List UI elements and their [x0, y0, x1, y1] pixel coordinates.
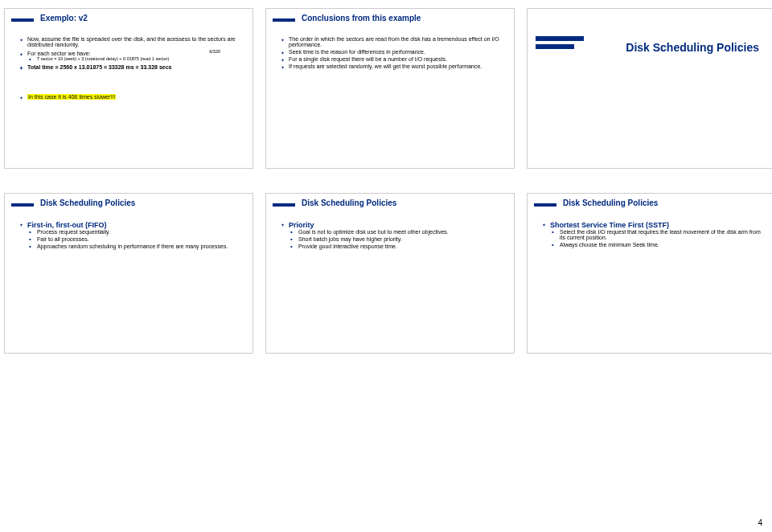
- slide-priority: Disk Scheduling Policies Priority Goal i…: [265, 193, 515, 354]
- bullet-item: Process request sequentially.: [37, 229, 244, 235]
- bullet-item: Seek time is the reason for differences …: [289, 49, 506, 55]
- accent-bar: [534, 203, 556, 207]
- accent-bar: [273, 203, 295, 207]
- bullet-heading: Shortest Service Time First (SSTF) Selec…: [550, 221, 767, 248]
- page-number: 4: [758, 518, 762, 527]
- slide-main-title: Disk Scheduling Policies: [608, 41, 759, 54]
- slide-title: Conclusions from this example: [302, 14, 421, 23]
- slide-content: Shortest Service Time First (SSTF) Selec…: [540, 221, 767, 345]
- text-item: For each sector we have: T sector = 10 (…: [27, 51, 244, 61]
- accent-bar: [273, 18, 295, 22]
- bullet-item: Fair to all processes.: [37, 236, 244, 242]
- bullet-item: For a single disk request there will be …: [289, 56, 506, 62]
- bullet-item: Provide good interactive response time.: [298, 243, 506, 249]
- bullet-item: The order in which the sectors are read …: [289, 36, 506, 47]
- text-item: Now, assume the file is spreaded over th…: [27, 36, 244, 47]
- text-highlight: In this case it is 406 times slower!!!: [27, 94, 244, 100]
- text-item: Total time = 2560 x 13.01875 = 33328 ms …: [27, 64, 244, 70]
- slide-title: Disk Scheduling Policies: [302, 198, 396, 207]
- accent-bar: [11, 203, 34, 207]
- slide-content: Priority Goal is not to optimize disk us…: [279, 221, 506, 345]
- accent-bar: [536, 44, 574, 49]
- bullet-item: If requests are selected randomly, we wi…: [289, 63, 506, 69]
- bullet-heading: First-in, first-out (FIFO) Process reque…: [27, 221, 244, 249]
- accent-bar: [11, 18, 34, 22]
- slide-content: The order in which the sectors are read …: [279, 36, 506, 160]
- slide-fifo: Disk Scheduling Policies First-in, first…: [4, 193, 253, 354]
- bullet-item: Goal is not to optimize disk use but to …: [298, 229, 506, 235]
- bullet-item: Always choose the minimum Seek time.: [560, 242, 767, 248]
- bullet-item: Approaches random scheduling in performa…: [37, 243, 244, 249]
- bullet-item: Select the disk I/O request that require…: [560, 229, 767, 240]
- slide-grid: Exemplo: v2 Now, assume the file is spre…: [0, 0, 772, 362]
- text-subitem: T sector = 10 (seek) + 3 (rotational del…: [37, 56, 244, 61]
- slide-title: Disk Scheduling Policies: [563, 198, 658, 207]
- accent-bar: [536, 36, 584, 41]
- slide-disk-policies-title: Disk Scheduling Policies: [527, 8, 772, 169]
- slide-title: Disk Scheduling Policies: [40, 198, 135, 207]
- bullet-item: Short batch jobs may have higher priorit…: [298, 236, 506, 242]
- bullet-heading: Priority Goal is not to optimize disk us…: [289, 221, 506, 249]
- slide-title: Exemplo: v2: [40, 14, 88, 23]
- slide-exemplo-v2: Exemplo: v2 Now, assume the file is spre…: [4, 8, 253, 169]
- slide-content: Now, assume the file is spreaded over th…: [18, 36, 244, 160]
- slide-conclusions: Conclusions from this example The order …: [265, 8, 515, 169]
- slide-content: First-in, first-out (FIFO) Process reque…: [18, 221, 244, 345]
- slide-sstf: Disk Scheduling Policies Shortest Servic…: [527, 193, 772, 354]
